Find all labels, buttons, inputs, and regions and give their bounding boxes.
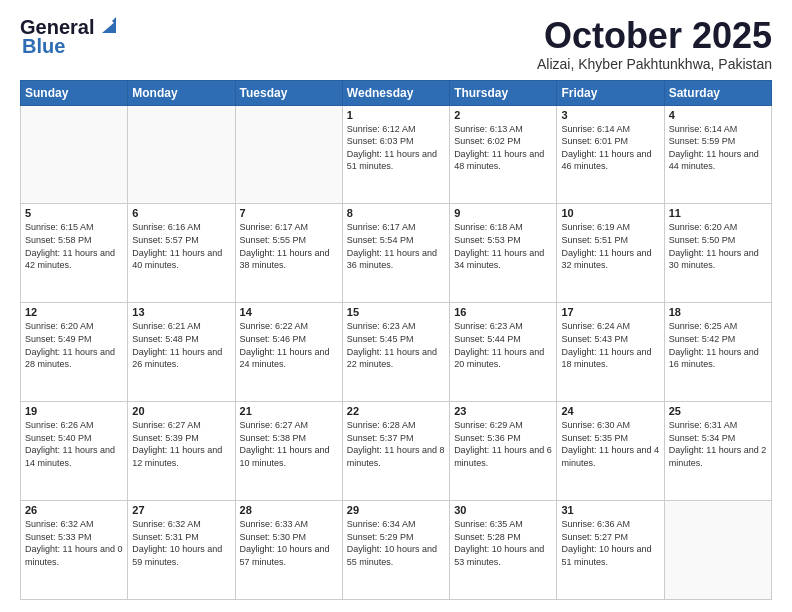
- logo-blue: Blue: [22, 35, 65, 58]
- calendar-week-row: 26Sunrise: 6:32 AM Sunset: 5:33 PM Dayli…: [21, 501, 772, 600]
- table-row: 10Sunrise: 6:19 AM Sunset: 5:51 PM Dayli…: [557, 204, 664, 303]
- month-title: October 2025: [537, 16, 772, 56]
- day-number: 23: [454, 405, 552, 417]
- day-info: Sunrise: 6:18 AM Sunset: 5:53 PM Dayligh…: [454, 221, 552, 271]
- day-info: Sunrise: 6:20 AM Sunset: 5:49 PM Dayligh…: [25, 320, 123, 370]
- table-row: 29Sunrise: 6:34 AM Sunset: 5:29 PM Dayli…: [342, 501, 449, 600]
- table-row: 9Sunrise: 6:18 AM Sunset: 5:53 PM Daylig…: [450, 204, 557, 303]
- day-number: 6: [132, 207, 230, 219]
- day-info: Sunrise: 6:14 AM Sunset: 6:01 PM Dayligh…: [561, 123, 659, 173]
- day-number: 1: [347, 109, 445, 121]
- col-saturday: Saturday: [664, 80, 771, 105]
- day-number: 28: [240, 504, 338, 516]
- table-row: 6Sunrise: 6:16 AM Sunset: 5:57 PM Daylig…: [128, 204, 235, 303]
- table-row: 13Sunrise: 6:21 AM Sunset: 5:48 PM Dayli…: [128, 303, 235, 402]
- table-row: 18Sunrise: 6:25 AM Sunset: 5:42 PM Dayli…: [664, 303, 771, 402]
- day-number: 30: [454, 504, 552, 516]
- table-row: 3Sunrise: 6:14 AM Sunset: 6:01 PM Daylig…: [557, 105, 664, 204]
- day-number: 5: [25, 207, 123, 219]
- table-row: 27Sunrise: 6:32 AM Sunset: 5:31 PM Dayli…: [128, 501, 235, 600]
- day-info: Sunrise: 6:25 AM Sunset: 5:42 PM Dayligh…: [669, 320, 767, 370]
- table-row: 14Sunrise: 6:22 AM Sunset: 5:46 PM Dayli…: [235, 303, 342, 402]
- table-row: 11Sunrise: 6:20 AM Sunset: 5:50 PM Dayli…: [664, 204, 771, 303]
- day-info: Sunrise: 6:23 AM Sunset: 5:45 PM Dayligh…: [347, 320, 445, 370]
- logo: General Blue: [20, 16, 120, 58]
- day-number: 19: [25, 405, 123, 417]
- day-number: 11: [669, 207, 767, 219]
- day-info: Sunrise: 6:28 AM Sunset: 5:37 PM Dayligh…: [347, 419, 445, 469]
- day-number: 14: [240, 306, 338, 318]
- table-row: 22Sunrise: 6:28 AM Sunset: 5:37 PM Dayli…: [342, 402, 449, 501]
- day-number: 26: [25, 504, 123, 516]
- logo-icon: [98, 15, 120, 37]
- day-info: Sunrise: 6:16 AM Sunset: 5:57 PM Dayligh…: [132, 221, 230, 271]
- calendar-week-row: 12Sunrise: 6:20 AM Sunset: 5:49 PM Dayli…: [21, 303, 772, 402]
- calendar-week-row: 1Sunrise: 6:12 AM Sunset: 6:03 PM Daylig…: [21, 105, 772, 204]
- day-info: Sunrise: 6:14 AM Sunset: 5:59 PM Dayligh…: [669, 123, 767, 173]
- day-number: 9: [454, 207, 552, 219]
- table-row: 20Sunrise: 6:27 AM Sunset: 5:39 PM Dayli…: [128, 402, 235, 501]
- col-friday: Friday: [557, 80, 664, 105]
- table-row: 26Sunrise: 6:32 AM Sunset: 5:33 PM Dayli…: [21, 501, 128, 600]
- table-row: [235, 105, 342, 204]
- table-row: 25Sunrise: 6:31 AM Sunset: 5:34 PM Dayli…: [664, 402, 771, 501]
- day-info: Sunrise: 6:17 AM Sunset: 5:55 PM Dayligh…: [240, 221, 338, 271]
- day-number: 2: [454, 109, 552, 121]
- day-number: 22: [347, 405, 445, 417]
- calendar-week-row: 5Sunrise: 6:15 AM Sunset: 5:58 PM Daylig…: [21, 204, 772, 303]
- day-info: Sunrise: 6:17 AM Sunset: 5:54 PM Dayligh…: [347, 221, 445, 271]
- day-number: 20: [132, 405, 230, 417]
- table-row: 5Sunrise: 6:15 AM Sunset: 5:58 PM Daylig…: [21, 204, 128, 303]
- table-row: 30Sunrise: 6:35 AM Sunset: 5:28 PM Dayli…: [450, 501, 557, 600]
- day-number: 7: [240, 207, 338, 219]
- table-row: [128, 105, 235, 204]
- table-row: 31Sunrise: 6:36 AM Sunset: 5:27 PM Dayli…: [557, 501, 664, 600]
- table-row: 12Sunrise: 6:20 AM Sunset: 5:49 PM Dayli…: [21, 303, 128, 402]
- calendar-week-row: 19Sunrise: 6:26 AM Sunset: 5:40 PM Dayli…: [21, 402, 772, 501]
- day-number: 16: [454, 306, 552, 318]
- col-monday: Monday: [128, 80, 235, 105]
- day-number: 15: [347, 306, 445, 318]
- table-row: 21Sunrise: 6:27 AM Sunset: 5:38 PM Dayli…: [235, 402, 342, 501]
- day-info: Sunrise: 6:29 AM Sunset: 5:36 PM Dayligh…: [454, 419, 552, 469]
- day-info: Sunrise: 6:23 AM Sunset: 5:44 PM Dayligh…: [454, 320, 552, 370]
- day-info: Sunrise: 6:13 AM Sunset: 6:02 PM Dayligh…: [454, 123, 552, 173]
- day-number: 17: [561, 306, 659, 318]
- calendar-table: Sunday Monday Tuesday Wednesday Thursday…: [20, 80, 772, 600]
- table-row: 1Sunrise: 6:12 AM Sunset: 6:03 PM Daylig…: [342, 105, 449, 204]
- day-info: Sunrise: 6:35 AM Sunset: 5:28 PM Dayligh…: [454, 518, 552, 568]
- day-number: 27: [132, 504, 230, 516]
- day-info: Sunrise: 6:33 AM Sunset: 5:30 PM Dayligh…: [240, 518, 338, 568]
- day-info: Sunrise: 6:27 AM Sunset: 5:39 PM Dayligh…: [132, 419, 230, 469]
- day-info: Sunrise: 6:22 AM Sunset: 5:46 PM Dayligh…: [240, 320, 338, 370]
- day-number: 21: [240, 405, 338, 417]
- table-row: 19Sunrise: 6:26 AM Sunset: 5:40 PM Dayli…: [21, 402, 128, 501]
- day-info: Sunrise: 6:31 AM Sunset: 5:34 PM Dayligh…: [669, 419, 767, 469]
- day-info: Sunrise: 6:15 AM Sunset: 5:58 PM Dayligh…: [25, 221, 123, 271]
- day-number: 24: [561, 405, 659, 417]
- col-thursday: Thursday: [450, 80, 557, 105]
- day-info: Sunrise: 6:32 AM Sunset: 5:33 PM Dayligh…: [25, 518, 123, 568]
- title-section: October 2025 Alizai, Khyber Pakhtunkhwa,…: [537, 16, 772, 72]
- table-row: 16Sunrise: 6:23 AM Sunset: 5:44 PM Dayli…: [450, 303, 557, 402]
- day-info: Sunrise: 6:34 AM Sunset: 5:29 PM Dayligh…: [347, 518, 445, 568]
- day-number: 29: [347, 504, 445, 516]
- day-number: 10: [561, 207, 659, 219]
- table-row: [21, 105, 128, 204]
- day-info: Sunrise: 6:21 AM Sunset: 5:48 PM Dayligh…: [132, 320, 230, 370]
- table-row: [664, 501, 771, 600]
- day-info: Sunrise: 6:26 AM Sunset: 5:40 PM Dayligh…: [25, 419, 123, 469]
- table-row: 28Sunrise: 6:33 AM Sunset: 5:30 PM Dayli…: [235, 501, 342, 600]
- col-tuesday: Tuesday: [235, 80, 342, 105]
- table-row: 4Sunrise: 6:14 AM Sunset: 5:59 PM Daylig…: [664, 105, 771, 204]
- day-info: Sunrise: 6:19 AM Sunset: 5:51 PM Dayligh…: [561, 221, 659, 271]
- table-row: 8Sunrise: 6:17 AM Sunset: 5:54 PM Daylig…: [342, 204, 449, 303]
- table-row: 15Sunrise: 6:23 AM Sunset: 5:45 PM Dayli…: [342, 303, 449, 402]
- header: General Blue October 2025 Alizai, Khyber…: [20, 16, 772, 72]
- day-number: 13: [132, 306, 230, 318]
- col-wednesday: Wednesday: [342, 80, 449, 105]
- table-row: 7Sunrise: 6:17 AM Sunset: 5:55 PM Daylig…: [235, 204, 342, 303]
- day-info: Sunrise: 6:27 AM Sunset: 5:38 PM Dayligh…: [240, 419, 338, 469]
- day-info: Sunrise: 6:20 AM Sunset: 5:50 PM Dayligh…: [669, 221, 767, 271]
- day-number: 4: [669, 109, 767, 121]
